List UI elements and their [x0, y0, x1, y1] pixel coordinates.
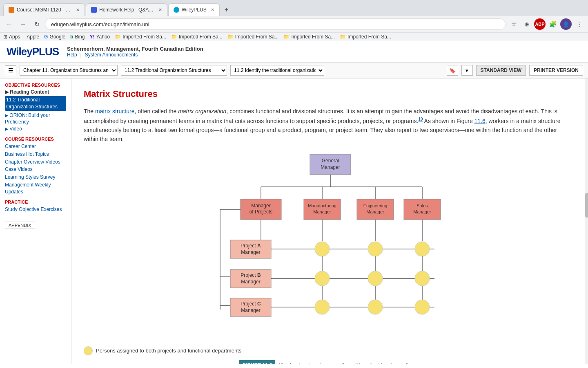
svg-text:Manager: Manager [241, 249, 260, 255]
bookmark-bing[interactable]: b Bing [70, 34, 85, 40]
tab-bar: Course: MGMT1120 - Principle... ✕ Homewo… [0, 0, 588, 16]
folder-icon-5: 📁 [340, 34, 346, 40]
appendix-button[interactable]: APPENDIX [5, 222, 35, 229]
page-wrapper: WileyPLUS Schermerhorn, Management, Four… [0, 41, 588, 364]
tab-2-close[interactable]: ✕ [158, 7, 162, 13]
svg-point-32 [368, 242, 383, 256]
tab-2[interactable]: Homework Help - Q&A from O... ✕ [86, 3, 167, 16]
tab-3[interactable]: WileyPLUS ✕ [168, 3, 220, 16]
yahoo-icon: Y! [89, 34, 94, 40]
sidebar-study-exercises[interactable]: Study Objective Exercises [5, 206, 66, 213]
figure-label: FIGURE 11.6 [239, 360, 275, 364]
sidebar-case-videos[interactable]: Case Videos [5, 166, 66, 173]
address-input[interactable] [45, 18, 506, 30]
bookmark-google[interactable]: G Google [44, 34, 65, 40]
tab-1-favicon [9, 7, 14, 13]
bookmark-star-icon[interactable]: ☆ [508, 18, 519, 30]
legend: Persons assigned to both projects and fu… [84, 346, 572, 355]
bookmark-bing-label: Bing [75, 34, 85, 40]
announcements-link[interactable]: System Announcements [85, 52, 138, 58]
folder-icon-4: 📁 [283, 34, 290, 40]
sidebar: OBJECTIVE RESOURCES ▶ Reading Content 11… [0, 79, 71, 364]
bookmark-apps[interactable]: ⊞ Apps [3, 34, 20, 40]
sidebar-link-video[interactable]: Video [9, 126, 22, 132]
tab-1[interactable]: Course: MGMT1120 - Principle... ✕ [3, 3, 85, 16]
back-button[interactable]: ← [3, 18, 15, 30]
practice-title: PRACTICE [5, 200, 66, 204]
svg-text:Manager: Manager [251, 203, 270, 209]
forward-button[interactable]: → [17, 18, 29, 30]
svg-text:Project A: Project A [241, 243, 261, 249]
content-paragraph: The matrix structure, often called the m… [84, 107, 572, 144]
sidebar-chapter-overview[interactable]: Chapter Overview Videos [5, 159, 66, 166]
figure-link[interactable]: 11.6 [474, 117, 486, 124]
extensions-icon[interactable]: 🧩 [547, 18, 559, 30]
sidebar-career-center[interactable]: Career Center [5, 143, 66, 150]
help-link[interactable]: Help [67, 52, 77, 58]
tab-3-close[interactable]: ✕ [211, 7, 214, 13]
svg-point-55 [415, 300, 430, 314]
objective-select[interactable]: 11.2 Identify the traditional organizati… [230, 65, 324, 76]
bookmark-imported-4[interactable]: 📁 Imported From Sa... [283, 34, 335, 40]
site-header: WileyPLUS Schermerhorn, Management, Four… [0, 41, 588, 63]
svg-text:Sales: Sales [416, 203, 428, 208]
bookmark-imported-2[interactable]: 📁 Imported From Sa... [171, 34, 223, 40]
figure-caption: FIGURE 11.6 Matrix structure in a small,… [84, 360, 572, 364]
menu-icon[interactable]: ⋮ [573, 18, 585, 30]
account-icon[interactable]: ABP [534, 18, 546, 30]
standard-view-button[interactable]: STANDARD VIEW [476, 65, 526, 76]
tab-3-title: WileyPLUS [182, 7, 207, 13]
bookmark-apple-label: Apple [27, 34, 39, 40]
bookmark-google-label: Google [49, 34, 65, 40]
dropdown-icon-toolbar[interactable]: ▾ [461, 65, 473, 76]
apps-grid-icon: ⊞ [3, 34, 7, 40]
printer-version-button[interactable]: PRINTER VERSION [529, 65, 583, 76]
footnote-link[interactable]: 19 [418, 117, 423, 121]
new-tab-button[interactable]: + [220, 4, 232, 16]
objective-resources-title: OBJECTIVE RESOURCES [5, 83, 66, 88]
sidebar-management-weekly[interactable]: Management Weekly Updates [5, 182, 66, 195]
tab-2-favicon [91, 7, 97, 13]
content-toolbar: ☰ Chapter 11. Organization Structures an… [0, 63, 588, 79]
legend-text: Persons assigned to both projects and fu… [96, 347, 241, 355]
sidebar-link-traditional[interactable]: 11.2 Traditional Organization Structures [5, 96, 66, 111]
bookmark-yahoo-label: Yahoo [96, 34, 110, 40]
bookmark-apps-label: Apps [9, 34, 20, 40]
bookmark-icon-toolbar[interactable]: 🔖 [447, 65, 458, 76]
wileyplus-logo: WileyPLUS [7, 45, 59, 58]
header-separator: | [80, 52, 82, 58]
svg-point-53 [315, 300, 330, 314]
svg-point-42 [315, 271, 330, 286]
section-select[interactable]: 11.2 Traditional Organization Structures [121, 65, 227, 76]
org-chart-svg: General Manager Manager of Projects [189, 150, 467, 342]
sidebar-toggle-button[interactable]: ☰ [5, 65, 16, 75]
svg-text:General: General [321, 158, 339, 164]
bookmark-yahoo[interactable]: Y! Yahoo [89, 34, 110, 40]
svg-text:Manager: Manager [413, 209, 431, 214]
bookmark-imported-3-label: Imported From Sa... [235, 34, 279, 40]
sidebar-link-orion[interactable]: ORION: Build your Proficiency [5, 112, 50, 125]
svg-point-33 [415, 242, 430, 256]
arrow-icon: ▶ [5, 89, 9, 95]
folder-icon-1: 📁 [115, 34, 121, 40]
bookmark-imported-3[interactable]: 📁 Imported From Sa... [227, 34, 279, 40]
folder-icon-2: 📁 [171, 34, 177, 40]
main-layout: OBJECTIVE RESOURCES ▶ Reading Content 11… [0, 79, 588, 364]
bing-icon: b [70, 34, 73, 40]
scrollbar-thumb[interactable] [585, 193, 588, 218]
bookmark-apple[interactable]: Apple [25, 34, 39, 40]
matrix-structure-link[interactable]: matrix structure [95, 108, 134, 114]
reload-button[interactable]: ↻ [31, 18, 42, 30]
bookmark-imported-1[interactable]: 📁 Imported From Sa... [115, 34, 166, 40]
bookmark-imported-5[interactable]: 📁 Imported From Sa... [340, 34, 391, 40]
widevine-icon[interactable]: ◉ [521, 18, 532, 30]
profile-icon[interactable]: 👤 [560, 18, 572, 30]
scrollbar[interactable] [585, 79, 588, 364]
browser-chrome: Course: MGMT1120 - Principle... ✕ Homewo… [0, 0, 588, 41]
content-area: Matrix Structures The matrix structure, … [71, 79, 585, 364]
sidebar-business-hot-topics[interactable]: Business Hot Topics [5, 151, 66, 158]
chapter-select[interactable]: Chapter 11. Organization Structures and [20, 65, 118, 76]
sidebar-learning-styles[interactable]: Learning Styles Survey [5, 174, 66, 181]
tab-1-close[interactable]: ✕ [76, 7, 80, 13]
tab-3-favicon [174, 7, 179, 13]
